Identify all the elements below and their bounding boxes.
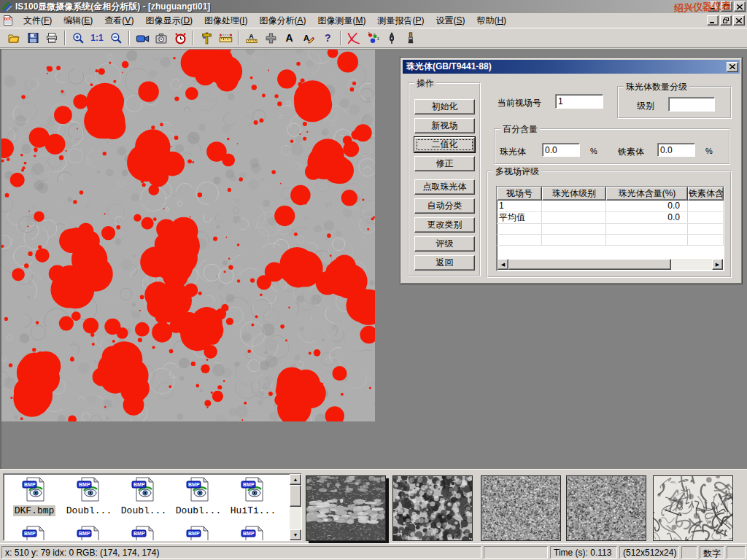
current-field-input[interactable] xyxy=(555,94,603,109)
caliper-icon xyxy=(201,32,213,44)
menu-item-edit[interactable]: 编辑(E) xyxy=(58,13,98,28)
svg-text:A: A xyxy=(286,32,293,44)
ruler-icon xyxy=(219,33,233,43)
thumbnail-1[interactable] xyxy=(306,475,386,541)
pick-pearlite-button[interactable]: 点取珠光体 xyxy=(414,179,475,195)
col-field-no[interactable]: 视场号 xyxy=(497,187,542,201)
thumbnail-5[interactable] xyxy=(653,475,733,541)
correct-button[interactable]: 修正 xyxy=(414,156,475,171)
ruler-measure-button[interactable] xyxy=(216,29,235,47)
status-time: Time (s): 0.113 xyxy=(550,546,617,559)
menu-item-file[interactable]: 文件(F) xyxy=(18,13,58,28)
menu-item-image-display[interactable]: 图像显示(D) xyxy=(139,13,198,28)
col-ferrite-content[interactable]: 铁素体含量(%) xyxy=(688,187,724,201)
file-item[interactable]: BMP HuiTi... xyxy=(227,476,279,516)
print-button[interactable] xyxy=(42,29,61,47)
micrograph-image[interactable] xyxy=(1,50,375,421)
file-name[interactable]: Doubl... xyxy=(174,505,222,516)
video-capture-button[interactable] xyxy=(133,29,152,47)
file-name[interactable]: Doubl... xyxy=(120,505,168,516)
cell-pearlite: 0.0 xyxy=(606,212,688,223)
file-name[interactable]: HuiTi... xyxy=(229,505,277,516)
file-item[interactable]: BMP Doubl... xyxy=(172,476,225,516)
change-class-button[interactable]: 更改类别 xyxy=(414,217,475,233)
svg-text:BMP: BMP xyxy=(188,482,200,487)
mdi-restore-button[interactable] xyxy=(720,15,732,26)
file-item-partial[interactable]: BMP xyxy=(117,525,170,541)
text-annotate-button[interactable]: A xyxy=(280,29,299,47)
file-browser-scrollbar[interactable]: ▲ ▼ xyxy=(290,474,301,540)
menu-item-image-process[interactable]: 图像处理(I) xyxy=(198,13,253,28)
file-name[interactable]: DKF.bmp xyxy=(13,505,56,516)
dialog-title-bar[interactable]: 珠光体(GB/T9441-88) xyxy=(403,60,740,74)
table-row[interactable]: 1 0.0 xyxy=(497,201,724,212)
classify-points-button[interactable]: 231 xyxy=(363,29,382,47)
curve-tool-button[interactable] xyxy=(344,29,363,47)
thumbnail-2[interactable] xyxy=(392,475,473,541)
save-file-button[interactable] xyxy=(23,29,42,47)
thumbnail-4[interactable] xyxy=(566,475,646,541)
binarize-button[interactable]: 二值化 xyxy=(414,137,475,152)
caliper-measure-button[interactable] xyxy=(197,29,216,47)
menu-item-help[interactable]: 帮助(H) xyxy=(471,13,512,28)
open-file-button[interactable] xyxy=(4,29,23,47)
mdi-close-button[interactable] xyxy=(733,15,745,26)
file-item-partial[interactable]: BMP xyxy=(227,525,279,541)
dialog-close-button[interactable] xyxy=(727,62,738,72)
table-horizontal-scrollbar[interactable]: ◀ ▶ xyxy=(498,259,723,270)
return-button[interactable]: 返回 xyxy=(414,255,475,271)
timer-button[interactable] xyxy=(171,29,190,47)
edit-annotate-button[interactable]: A xyxy=(299,29,318,47)
grid-tool-button[interactable] xyxy=(261,29,280,47)
scroll-right-button[interactable]: ▶ xyxy=(712,259,723,270)
new-field-button[interactable]: 新视场 xyxy=(414,118,475,133)
minimize-button[interactable] xyxy=(708,1,719,12)
rating-table[interactable]: 视场号 珠光体级别 珠光体含量(%) 铁素体含量(%) 1 0.0 平均值 xyxy=(496,186,724,271)
scroll-up-button[interactable]: ▲ xyxy=(290,474,301,485)
text-measure-button[interactable]: A xyxy=(242,29,261,47)
app-logo-icon xyxy=(1,1,12,12)
scroll-left-button[interactable]: ◀ xyxy=(498,259,508,270)
file-item-partial[interactable]: BMP xyxy=(63,525,115,541)
mdi-minimize-button[interactable] xyxy=(707,15,719,26)
table-row[interactable]: 平均值 0.0 xyxy=(497,212,724,224)
init-button[interactable]: 初始化 xyxy=(414,99,475,114)
brush-tool-button[interactable] xyxy=(401,29,420,47)
zoom-in-button[interactable] xyxy=(69,29,88,47)
grade-button[interactable]: 评级 xyxy=(414,236,475,252)
file-item[interactable]: BMP Doubl... xyxy=(117,476,170,516)
pearlite-percent-input[interactable] xyxy=(542,143,580,157)
thumbnail-3[interactable] xyxy=(481,475,561,541)
file-item-partial[interactable]: BMP xyxy=(8,525,61,541)
pearlite-dialog: 珠光体(GB/T9441-88) 操作 初始化 新视场 二值化 修正 点取珠光体… xyxy=(400,57,743,284)
ferrite-label: 铁素体 xyxy=(618,146,644,158)
close-button[interactable] xyxy=(734,1,746,12)
file-item[interactable]: BMP Doubl... xyxy=(63,476,115,516)
auto-classify-button[interactable]: 自动分类 xyxy=(414,198,475,214)
col-pearlite-grade[interactable]: 珠光体级别 xyxy=(542,187,606,201)
scrollbar-track[interactable] xyxy=(671,259,712,270)
file-name[interactable]: Doubl... xyxy=(65,505,113,516)
menu-item-image-analysis[interactable]: 图像分析(A) xyxy=(253,13,311,28)
menu-item-measure-report[interactable]: 测量报告(P) xyxy=(371,13,430,28)
actual-size-button[interactable]: 1:1 xyxy=(88,29,107,47)
zoom-out-button[interactable] xyxy=(107,29,125,47)
scrollbar-thumb[interactable] xyxy=(508,259,671,270)
bmp-file-icon: BMP xyxy=(77,476,101,502)
col-pearlite-content[interactable]: 珠光体含量(%) xyxy=(606,187,688,201)
menu-item-image-measure[interactable]: 图像测量(M) xyxy=(311,13,371,28)
help-button[interactable]: ? xyxy=(318,29,337,47)
pen-tool-button[interactable] xyxy=(382,29,401,47)
scrollbar-thumb[interactable] xyxy=(290,485,301,507)
file-item-partial[interactable]: BMP xyxy=(172,525,225,541)
cell-ferrite xyxy=(688,212,724,223)
maximize-button[interactable] xyxy=(721,1,732,12)
grade-input[interactable] xyxy=(668,97,715,112)
snapshot-button[interactable] xyxy=(152,29,171,47)
scroll-down-button[interactable]: ▼ xyxy=(290,529,301,540)
menu-item-view[interactable]: 查看(V) xyxy=(98,13,139,28)
menu-item-settings[interactable]: 设置(S) xyxy=(430,13,471,28)
ferrite-percent-input[interactable] xyxy=(657,143,695,157)
clock-icon xyxy=(174,32,187,44)
file-item[interactable]: BMP DKF.bmp xyxy=(8,476,61,516)
